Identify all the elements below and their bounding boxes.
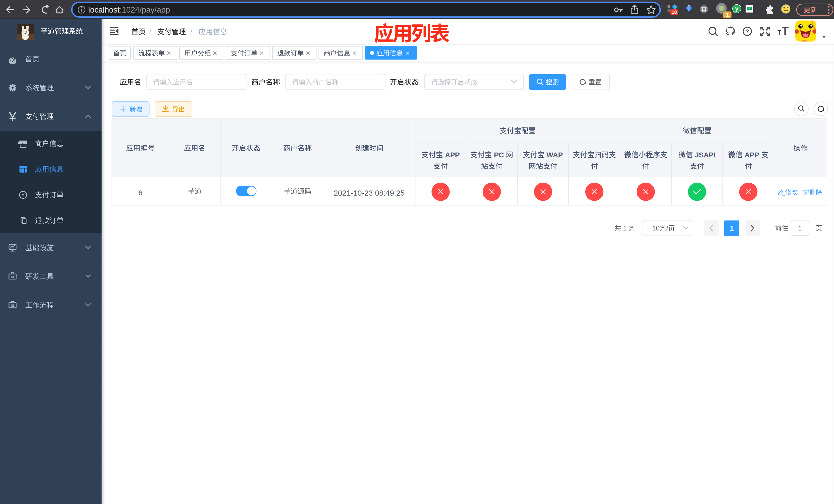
- svg-text:PC: PC: [494, 151, 504, 159]
- svg-text:?: ?: [746, 28, 749, 35]
- svg-text:y: y: [735, 5, 739, 12]
- svg-text:/: /: [190, 28, 192, 36]
- svg-text:6: 6: [138, 189, 142, 197]
- svg-text:10: 10: [672, 9, 677, 15]
- svg-text::1024/pay/app: :1024/pay/app: [119, 5, 170, 14]
- svg-text:1: 1: [730, 225, 734, 232]
- svg-text:10: 10: [652, 224, 660, 232]
- svg-text:localhost: localhost: [88, 5, 120, 14]
- svg-text:T: T: [782, 25, 789, 37]
- svg-text:/: /: [666, 224, 668, 232]
- svg-text:T: T: [777, 29, 782, 36]
- svg-text:2021-10-23 08:49:25: 2021-10-23 08:49:25: [334, 189, 405, 197]
- svg-text:APP: APP: [745, 151, 760, 159]
- svg-text:1: 1: [623, 224, 627, 232]
- svg-text:/: /: [149, 28, 151, 36]
- svg-text:APP: APP: [445, 151, 460, 159]
- svg-text:1: 1: [798, 224, 802, 232]
- svg-text:1: 1: [726, 12, 729, 18]
- svg-text:WAP: WAP: [547, 151, 563, 159]
- svg-text:JSAPI: JSAPI: [695, 151, 716, 159]
